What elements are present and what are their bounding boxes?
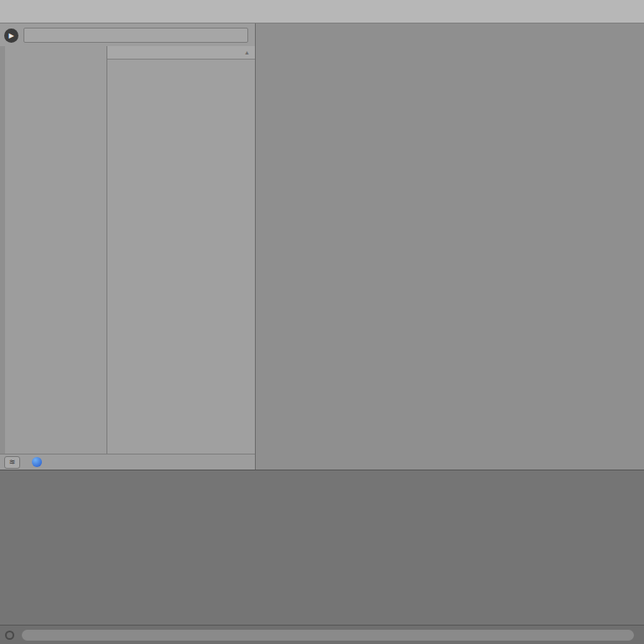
ableton-live-window: ▶ ▲ ≋ [0,0,644,644]
session-view [256,23,644,470]
browser-sidebar [0,46,107,454]
device-chain-area [0,470,644,625]
search-input[interactable] [23,28,248,43]
status-circle-icon [5,631,14,640]
groove-pool-icon[interactable]: ≋ [4,456,20,469]
browser-content-list: ▲ [107,46,255,454]
transport-toolbar [0,0,644,23]
status-bar [0,625,644,644]
browser-columns: ▲ [0,46,255,454]
info-line [22,630,634,641]
browser-footer: ≋ [0,454,255,470]
browser-toggle-icon[interactable]: ▶ [4,29,18,43]
browser-search-row: ▶ [0,26,255,44]
list-header[interactable]: ▲ [107,46,255,60]
help-icon[interactable] [32,457,42,467]
sort-ascending-icon[interactable]: ▲ [244,49,250,55]
browser-panel: ▶ ▲ ≋ [0,23,256,470]
